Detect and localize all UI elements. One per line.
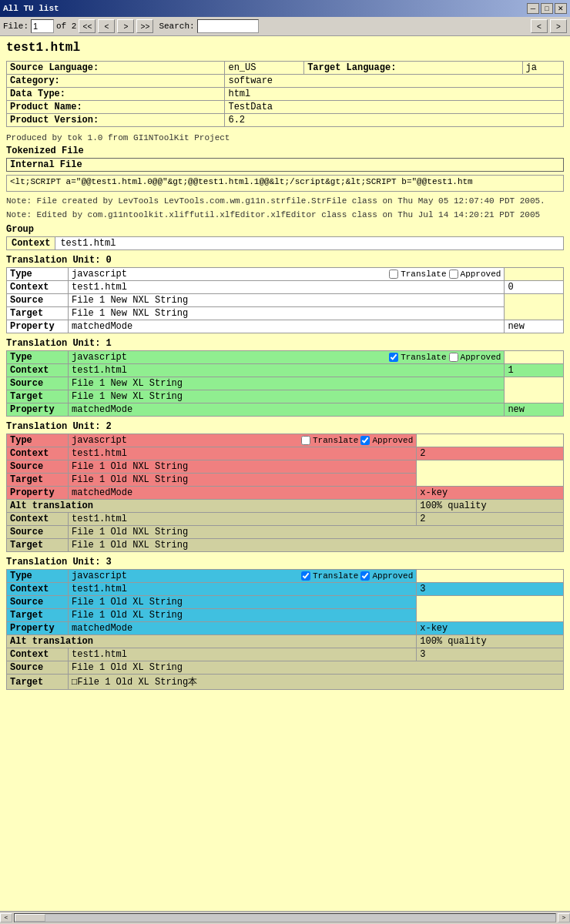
tu-3-alt-header-row: Alt translation100% quality (7, 635, 564, 648)
tu-0-source-label: Source (7, 294, 69, 307)
data-type-value: html (225, 88, 564, 101)
tu-2-alt-context-label: Context (7, 513, 69, 526)
tu-1-target-value: File 1 New XL String (69, 390, 505, 403)
tu-0-type-label: Type (7, 268, 69, 281)
tu-1-property-row: PropertymatchedModenew (7, 403, 564, 417)
right-prev-button[interactable]: < (531, 19, 548, 33)
tu-1-source-label: Source (7, 377, 69, 390)
tu-3-context-row: Contexttest1.html3 (7, 583, 564, 596)
tu-2-target-label: Target (7, 474, 69, 487)
tu-container: Translation Unit: 0Type javascript Trans… (6, 255, 564, 690)
tu-2-header: Translation Unit: 2 (6, 421, 564, 432)
tu-2-alt-target-label: Target (7, 539, 69, 552)
tu-2-alt-context-id: 2 (417, 513, 564, 526)
window-controls: ─ □ ✕ (527, 3, 567, 14)
product-version-label: Product Version: (7, 114, 225, 127)
file-label: File: (3, 22, 28, 31)
maximize-button[interactable]: □ (541, 3, 553, 14)
search-input[interactable] (197, 19, 259, 33)
tu-2-type-value: javascript Translate Approved (69, 434, 417, 447)
tu-2-property-mode: matchedMode (69, 487, 417, 500)
note2-text: Note: Edited by com.g11ntoolkit.xliffuti… (6, 210, 564, 219)
tu-0-approved-checkbox[interactable] (449, 270, 458, 279)
tu-3-property-mode: matchedMode (69, 622, 417, 635)
tu-1-context-id: 1 (505, 364, 564, 377)
tu-0-property-value: new (505, 320, 564, 333)
tu-2-alt-source-label: Source (7, 526, 69, 539)
tu-0-translate-label: Translate (401, 270, 446, 279)
tu-3-approved-checkbox[interactable] (360, 571, 370, 581)
tu-2-source-label: Source (7, 460, 69, 474)
nav-last-button[interactable]: >> (136, 19, 153, 33)
tu-3-source-label: Source (7, 596, 69, 609)
product-name-row: Product Name: TestData (7, 101, 564, 114)
tu-1-type-text: javascript (72, 352, 389, 363)
source-language-label: Source Language: (7, 62, 225, 75)
tu-0-type-value: javascript Translate Approved (69, 268, 505, 281)
file-number-input[interactable] (31, 19, 54, 33)
tu-2-alt-source-row: SourceFile 1 Old NXL String (7, 526, 564, 539)
tu-2-type-label: Type (7, 434, 69, 447)
nav-next-button[interactable]: > (117, 19, 134, 33)
tu-2-table: Type javascript Translate Approved Conte… (6, 434, 564, 552)
close-button[interactable]: ✕ (555, 3, 567, 14)
tu-2-source-value: File 1 Old NXL String (69, 460, 417, 474)
tu-3-alt-source-row: SourceFile 1 Old XL String (7, 661, 564, 675)
tu-0-context-id: 0 (505, 281, 564, 294)
tu-3-property-value: x-key (417, 622, 564, 635)
nav-first-button[interactable]: << (79, 19, 96, 33)
tu-1-header: Translation Unit: 1 (6, 338, 564, 349)
target-language-label: Target Language: (304, 62, 522, 75)
tu-1-type-label: Type (7, 351, 69, 364)
right-next-button[interactable]: > (550, 19, 567, 33)
title-bar: All TU list ─ □ ✕ (0, 0, 570, 17)
tu-3-translate-label: Translate (313, 571, 358, 581)
tu-2-property-value: x-key (417, 487, 564, 500)
nav-prev-button[interactable]: < (98, 19, 115, 33)
scrollbar-thumb[interactable] (15, 914, 45, 922)
tu-0-property-label: Property (7, 320, 69, 333)
tu-2-alt-quality: 100% quality (417, 500, 564, 513)
tu-2-approved-checkbox[interactable] (360, 436, 370, 445)
tu-3-approved-label: Approved (372, 571, 413, 581)
tu-1-property-mode: matchedMode (69, 403, 505, 417)
tu-2-alt-context-row: Contexttest1.html2 (7, 513, 564, 526)
tu-3-table: Type javascript Translate Approved Conte… (6, 569, 564, 690)
tu-3-translate-checkbox[interactable] (301, 571, 310, 581)
scroll-left-button[interactable]: < (0, 913, 12, 922)
scroll-right-button[interactable]: > (558, 913, 570, 922)
target-language-value: ja (522, 62, 563, 75)
tu-2-translate-checkbox[interactable] (301, 436, 310, 445)
tu-0-target-row: TargetFile 1 New NXL String (7, 307, 564, 320)
tu-2-context-row: Contexttest1.html2 (7, 447, 564, 460)
tu-1-context-value: test1.html (69, 364, 505, 377)
tu-3-context-value: test1.html (69, 583, 417, 596)
group-context-label: Context (7, 237, 55, 249)
tu-3-alt-target-row: Target□File 1 Old XL String本 (7, 675, 564, 690)
metadata-table: Source Language: en_US Target Language: … (6, 61, 564, 127)
tu-2-source-row: SourceFile 1 Old NXL String (7, 460, 564, 474)
tu-3-source-value: File 1 Old XL String (69, 596, 417, 609)
tu-3-target-row: TargetFile 1 Old XL String (7, 609, 564, 622)
of-label: of 2 (56, 22, 76, 31)
tu-3-context-label: Context (7, 583, 69, 596)
category-label: Category: (7, 75, 225, 88)
tu-1-approved-checkbox[interactable] (449, 353, 458, 362)
group-context-value: test1.html (55, 237, 563, 249)
data-type-row: Data Type: html (7, 88, 564, 101)
scrollbar-track[interactable] (14, 913, 556, 922)
tu-0-translate-checkbox[interactable] (389, 270, 398, 279)
file-title: test1.html (6, 41, 564, 55)
window-title: All TU list (3, 4, 59, 13)
tu-0-source-row: SourceFile 1 New NXL String (7, 294, 564, 307)
tu-3-alt-context-id: 3 (417, 648, 564, 661)
tu-2-alt-label: Alt translation (7, 500, 417, 513)
tu-0-header: Translation Unit: 0 (6, 255, 564, 266)
category-row: Category: software (7, 75, 564, 88)
tu-2-type-row: Type javascript Translate Approved (7, 434, 564, 447)
tu-2-approved-label: Approved (372, 436, 413, 445)
minimize-button[interactable]: ─ (527, 3, 539, 14)
tu-3-alt-target-value: □File 1 Old XL String本 (69, 675, 564, 690)
tu-3-alt-target-label: Target (7, 675, 69, 690)
tu-1-translate-checkbox[interactable] (389, 353, 398, 362)
